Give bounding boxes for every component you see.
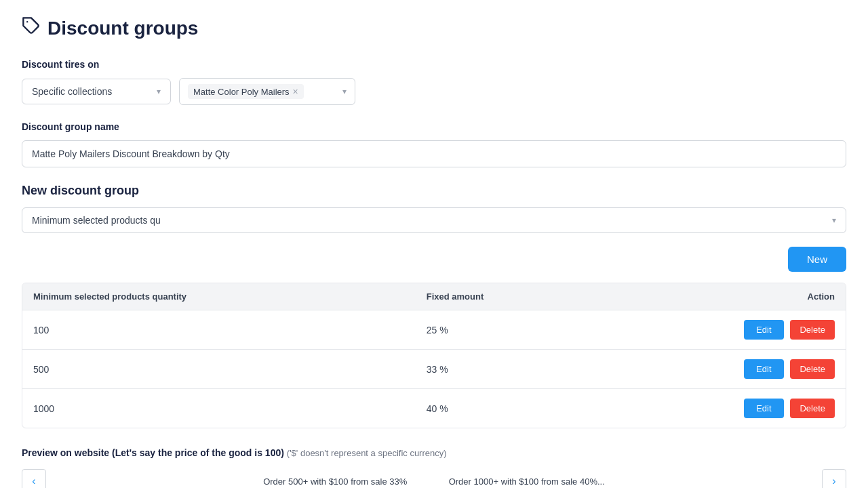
row-min-qty: 100 bbox=[22, 310, 416, 350]
discount-group-name-input[interactable] bbox=[22, 140, 846, 167]
tag-chip-label: Matte Color Poly Mailers bbox=[193, 87, 290, 97]
row-actions: Edit Delete bbox=[593, 350, 846, 389]
discount-table: Minimum selected products quantity Fixed… bbox=[22, 283, 846, 428]
table-row: 500 33 % Edit Delete bbox=[22, 350, 846, 389]
delete-button-1[interactable]: Delete bbox=[790, 359, 835, 379]
new-button[interactable]: New bbox=[788, 247, 846, 272]
tag-icon bbox=[22, 16, 41, 40]
new-button-row: New bbox=[22, 247, 846, 280]
collection-select-value: Specific collections bbox=[32, 86, 112, 97]
discount-table-container: Minimum selected products quantity Fixed… bbox=[22, 283, 846, 428]
discount-tires-row: Specific collections ▾ Matte Color Poly … bbox=[22, 78, 846, 105]
row-fixed-amount: 33 % bbox=[416, 350, 593, 389]
preview-content: Order 500+ with $100 from sale 33% Order… bbox=[54, 476, 814, 487]
page-header: Discount groups bbox=[22, 16, 846, 40]
collection-select[interactable]: Specific collections ▾ bbox=[22, 79, 171, 104]
tag-select[interactable]: Matte Color Poly Mailers × ▾ bbox=[179, 78, 355, 105]
discount-tires-label: Discount tires on bbox=[22, 59, 846, 70]
preview-label: Preview on website bbox=[22, 447, 109, 458]
col-fixed-amount: Fixed amount bbox=[416, 283, 593, 310]
prev-button[interactable]: ‹ bbox=[22, 469, 46, 488]
tag-chip: Matte Color Poly Mailers × bbox=[188, 84, 304, 99]
tag-chip-remove[interactable]: × bbox=[293, 86, 298, 97]
next-button[interactable]: › bbox=[822, 469, 846, 488]
col-min-qty: Minimum selected products quantity bbox=[22, 283, 416, 310]
min-products-select[interactable]: Minimum selected products qu ▾ bbox=[22, 207, 846, 233]
table-body: 100 25 % Edit Delete 500 33 % Edit Delet… bbox=[22, 310, 846, 428]
delete-button-2[interactable]: Delete bbox=[790, 399, 835, 418]
delete-button-0[interactable]: Delete bbox=[790, 320, 835, 340]
discount-group-name-label: Discount group name bbox=[22, 121, 846, 132]
preview-bold: (Let's say the price of the good is 100) bbox=[112, 447, 284, 458]
page-title: Discount groups bbox=[47, 18, 198, 39]
table-header: Minimum selected products quantity Fixed… bbox=[22, 283, 846, 310]
collection-chevron-icon: ▾ bbox=[157, 87, 161, 96]
edit-button-0[interactable]: Edit bbox=[744, 320, 783, 340]
row-min-qty: 1000 bbox=[22, 389, 416, 428]
table-row: 100 25 % Edit Delete bbox=[22, 310, 846, 350]
tag-select-chevron-icon: ▾ bbox=[342, 87, 347, 96]
preview-nav-row: ‹ Order 500+ with $100 from sale 33% Ord… bbox=[22, 469, 846, 488]
row-fixed-amount: 40 % bbox=[416, 389, 593, 428]
row-min-qty: 500 bbox=[22, 350, 416, 389]
discount-tires-section: Discount tires on Specific collections ▾… bbox=[22, 59, 846, 105]
min-products-select-value: Minimum selected products qu bbox=[32, 215, 161, 226]
row-fixed-amount: 25 % bbox=[416, 310, 593, 350]
preview-section: Preview on website (Let's say the price … bbox=[22, 447, 846, 488]
row-actions: Edit Delete bbox=[593, 389, 846, 428]
col-action: Action bbox=[593, 283, 846, 310]
edit-button-1[interactable]: Edit bbox=[744, 359, 783, 379]
min-products-chevron-icon: ▾ bbox=[832, 216, 836, 225]
edit-button-2[interactable]: Edit bbox=[744, 399, 783, 418]
preview-sub: ('$' doesn't represent a specific curren… bbox=[287, 448, 447, 458]
discount-group-name-section: Discount group name bbox=[22, 121, 846, 167]
new-discount-group-section: New discount group Minimum selected prod… bbox=[22, 184, 846, 428]
row-actions: Edit Delete bbox=[593, 310, 846, 350]
new-discount-group-label: New discount group bbox=[22, 184, 846, 198]
table-row: 1000 40 % Edit Delete bbox=[22, 389, 846, 428]
preview-label-row: Preview on website (Let's say the price … bbox=[22, 447, 447, 458]
